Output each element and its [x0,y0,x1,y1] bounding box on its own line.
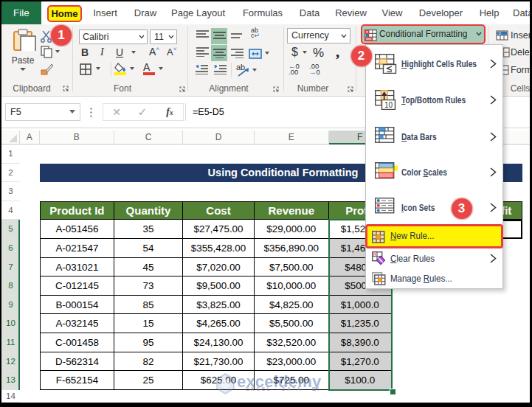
svg-text:10: 10 [384,101,393,109]
